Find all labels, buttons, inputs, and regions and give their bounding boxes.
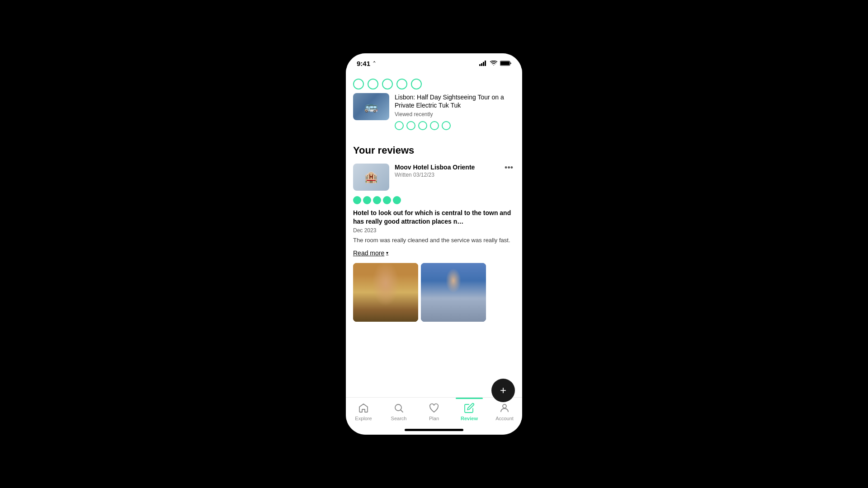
nav-explore[interactable]: Explore [346,401,381,421]
account-label: Account [495,416,514,421]
svg-line-7 [401,410,403,413]
top-dots-row [353,73,515,93]
recently-viewed-section: Lisbon: Half Day Sightseeing Tour on a P… [346,73,522,139]
nav-search[interactable]: Search [381,401,416,421]
status-icons [479,61,511,66]
add-review-fab[interactable]: + [491,379,515,402]
review-label: Review [461,416,478,421]
home-indicator [405,429,463,431]
hotel-name: Moov Hotel Lisboa Oriente [395,164,497,171]
small-dot-4 [430,121,439,130]
viewed-label: Viewed recently [395,111,515,117]
location-icon [372,61,377,66]
bottom-nav: Explore Search Plan [346,397,522,435]
nav-account[interactable]: Account [487,401,522,421]
small-dot-1 [395,121,404,130]
svg-rect-2 [483,62,484,66]
reviews-section-title: Your reviews [353,145,515,156]
star-4 [383,196,391,204]
review-header: Moov Hotel Lisboa Oriente Written 03/12/… [353,164,515,191]
listing-thumbnail [353,93,389,120]
bottom-dots-row [395,119,515,132]
review-period: Dec 2023 [353,227,515,234]
heart-icon [428,402,440,414]
dot-1 [353,79,364,89]
home-icon [358,402,369,414]
star-5 [393,196,401,204]
explore-label: Explore [355,416,372,421]
reviews-section: Your reviews Moov Hotel Lisboa Oriente W… [346,139,522,322]
user-svg [499,403,510,413]
review-thumbnail [353,164,389,191]
svg-point-8 [503,404,506,408]
more-options-button[interactable]: ••• [503,164,515,172]
wifi-icon [490,61,497,66]
review-photos[interactable] [353,263,515,322]
user-icon [499,402,510,414]
read-more-link[interactable]: Read more ▾ [353,249,388,257]
search-icon [393,402,405,414]
search-label: Search [391,416,407,421]
dot-2 [368,79,378,89]
battery-icon [500,61,511,66]
small-dot-2 [406,121,415,130]
time-display: 9:41 [357,60,370,67]
star-2 [363,196,371,204]
dot-5 [411,79,422,89]
plus-icon: + [500,385,506,396]
edit-icon [463,402,475,414]
review-tab-indicator [456,398,483,399]
svg-rect-5 [500,61,509,65]
small-dot-5 [442,121,451,130]
edit-svg [464,403,475,413]
star-3 [373,196,381,204]
heart-svg [429,403,439,413]
status-bar: 9:41 [346,53,522,73]
review-photo-1[interactable] [353,263,418,322]
review-info: Moov Hotel Lisboa Oriente Written 03/12/… [395,164,497,178]
scroll-area[interactable]: Lisbon: Half Day Sightseeing Tour on a P… [346,73,522,397]
review-photo-2[interactable] [421,263,486,322]
dot-4 [396,79,407,89]
svg-rect-0 [479,64,481,66]
home-svg [358,403,369,413]
star-1 [353,196,361,204]
written-date: Written 03/12/23 [395,172,497,178]
listing-title: Lisbon: Half Day Sightseeing Tour on a P… [395,93,515,109]
nav-review[interactable]: Review [452,401,487,421]
photo-person-overlay-1 [353,263,418,322]
nav-plan[interactable]: Plan [416,401,452,421]
review-title: Hotel to look out for which is central t… [353,209,515,225]
chevron-down-icon: ▾ [386,250,388,255]
search-svg [393,403,404,413]
star-rating [353,196,515,204]
phone-frame: 9:41 [346,53,522,435]
small-dot-3 [418,121,427,130]
photo-person-overlay-2 [421,263,486,322]
listing-info: Lisbon: Half Day Sightseeing Tour on a P… [395,93,515,132]
dot-3 [382,79,393,89]
signal-icon [479,61,487,66]
svg-rect-3 [485,61,486,66]
listing-item[interactable]: Lisbon: Half Day Sightseeing Tour on a P… [353,93,515,132]
plan-label: Plan [429,416,439,421]
status-time: 9:41 [357,60,377,67]
review-body: The room was really cleaned and the serv… [353,236,515,244]
read-more-text: Read more [353,249,384,257]
svg-rect-1 [481,63,482,66]
